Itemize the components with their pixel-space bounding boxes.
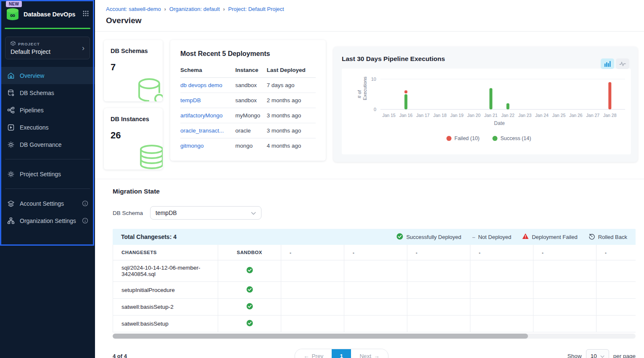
legend-rolled-back: Rolled Back: [589, 233, 627, 241]
sidebar-item-db-governance[interactable]: DB Governance: [0, 136, 95, 153]
stat-value: 26: [111, 130, 156, 141]
deploy-col-schema: Schema: [180, 64, 235, 78]
svg-text:Jan 24: Jan 24: [535, 113, 549, 118]
col-sandbox: SANDBOX: [218, 245, 281, 260]
sidebar-item-executions[interactable]: Executions: [0, 119, 95, 136]
check-circle-icon: [246, 288, 253, 294]
sidebar-item-project-settings[interactable]: Project Settings: [0, 165, 95, 183]
prev-button[interactable]: ← Prev: [295, 349, 332, 358]
table-row: db devops demo sandbox 7 days ago: [180, 78, 316, 93]
last-deployed-cell: 7 days ago: [267, 78, 316, 93]
svg-text:# ofExecutions: # ofExecutions: [357, 77, 367, 101]
show-label: Show: [567, 353, 582, 358]
svg-text:Jan 25: Jan 25: [552, 113, 566, 118]
schema-link[interactable]: artifactoryMongo: [180, 112, 223, 119]
schema-link[interactable]: gitmongo: [180, 143, 204, 149]
table-row: sql/2024-10-14-12-06-member-34240854.sql: [113, 260, 636, 281]
sidebar-item-organization-settings[interactable]: Organization Settings: [0, 212, 95, 229]
breadcrumb-account[interactable]: Account: satwell-demo: [106, 6, 161, 12]
arrow-right-icon: →: [374, 353, 380, 358]
table-row: setupInitialProcedure: [113, 281, 636, 298]
svg-text:0: 0: [374, 107, 376, 112]
page-size-select[interactable]: 10: [586, 349, 609, 358]
col-placeholder: -: [533, 245, 596, 260]
pipeline-executions-card: Last 30 Days Pipeline Executions 010# of…: [333, 47, 638, 162]
chevron-separator-icon: ›: [223, 6, 225, 12]
horizontal-scrollbar[interactable]: [113, 334, 636, 339]
sidebar-item-db-schemas[interactable]: DB Schemas: [0, 84, 95, 101]
bar-chart-toggle-icon[interactable]: [601, 58, 614, 69]
app-grid-icon[interactable]: [82, 10, 89, 19]
project-cube-icon: [11, 41, 16, 47]
table-row: gitmongo mongo 4 months ago: [180, 138, 316, 154]
app-logo-database-icon: ∞: [5, 8, 20, 21]
svg-text:Jan 22: Jan 22: [501, 113, 515, 118]
schema-link[interactable]: db devops demo: [180, 82, 222, 88]
pipeline-icon: [7, 106, 15, 114]
database-outline-icon: [136, 77, 163, 101]
col-placeholder: -: [344, 245, 407, 260]
legend-not-deployed: – Not Deployed: [472, 234, 511, 240]
sidebar-item-pipelines[interactable]: Pipelines: [0, 101, 95, 119]
col-placeholder: -: [281, 245, 344, 260]
total-changesets-label: Total Changesets: 4: [121, 233, 396, 240]
schema-link[interactable]: oracle_transact...: [180, 127, 224, 134]
check-circle-icon: [246, 305, 253, 311]
db-schema-select[interactable]: tempDB: [150, 206, 261, 220]
db-schemas-card: DB Schemas 7: [104, 40, 163, 101]
chevron-down-icon: [251, 209, 256, 216]
sidebar: NEW ∞ Database DevOps: [0, 0, 95, 358]
legend-successfully-deployed: Successfully Deployed: [396, 233, 461, 241]
stat-value: 7: [111, 62, 156, 73]
info-icon[interactable]: [82, 200, 88, 207]
db-schema-selected-value: tempDB: [156, 209, 251, 216]
svg-text:Success (14): Success (14): [500, 135, 531, 141]
new-badge: NEW: [6, 1, 22, 7]
info-icon[interactable]: [82, 217, 88, 224]
sidebar-divider: [5, 159, 90, 159]
arrow-left-icon: ←: [304, 353, 309, 358]
changesets-table: CHANGESETS SANDBOX - - - - - - sql/2024-: [113, 245, 636, 332]
status-legend: Successfully Deployed – Not Deployed Dep…: [396, 233, 627, 241]
check-circle-icon: [396, 233, 403, 241]
pipeline-chart-svg: 010# ofExecutionsJan 15Jan 16Jan 17Jan 1…: [342, 69, 630, 154]
schema-link[interactable]: tempDB: [180, 97, 201, 103]
svg-text:Jan 17: Jan 17: [416, 113, 430, 118]
last-deployed-cell: 3 months ago: [267, 123, 316, 138]
instance-cell: oracle: [235, 123, 267, 138]
next-button[interactable]: Next →: [351, 349, 388, 358]
sidebar-divider: [5, 188, 90, 189]
rollback-icon: [589, 233, 595, 241]
gear-icon: [7, 170, 15, 178]
total-changesets-bar: Total Changesets: 4 Successfully Deploye…: [113, 229, 636, 245]
instance-cell: sandbox: [235, 93, 267, 108]
stat-title: DB Schemas: [111, 48, 156, 54]
last-deployed-cell: 2 months ago: [267, 93, 316, 108]
project-selector[interactable]: PROJECT Default Project ›: [5, 37, 90, 59]
db-schema-label: DB Schema: [113, 210, 143, 216]
changeset-name: satwell:basisSetup: [113, 315, 218, 332]
svg-text:10: 10: [371, 77, 376, 82]
line-chart-toggle-icon[interactable]: [616, 58, 629, 69]
migration-state-section: Migration State DB Schema tempDB Total C…: [95, 179, 644, 358]
sidebar-item-account-settings[interactable]: Account Settings: [0, 195, 95, 212]
svg-text:Date: Date: [494, 120, 505, 126]
sidebar-item-overview[interactable]: Overview: [0, 67, 95, 84]
instance-cell: mongo: [235, 138, 267, 154]
stat-title: DB Instances: [111, 116, 156, 122]
breadcrumb-organization[interactable]: Organization: default: [169, 6, 220, 12]
breadcrumb-project[interactable]: Project: Default Project: [228, 6, 284, 12]
col-placeholder: -: [407, 245, 470, 260]
project-label: PROJECT: [18, 42, 40, 46]
main-content: Account: satwell-demo › Organization: de…: [95, 0, 644, 358]
pipeline-chart-plot: 010# ofExecutionsJan 15Jan 16Jan 17Jan 1…: [342, 69, 631, 154]
page-1-button[interactable]: 1: [332, 349, 351, 358]
last-deployed-cell: 4 months ago: [267, 138, 316, 154]
per-page-label: per page: [613, 353, 636, 358]
check-circle-icon: [246, 321, 253, 328]
sidebar-item-label: DB Governance: [20, 141, 62, 148]
scrollbar-thumb[interactable]: [113, 334, 528, 339]
col-placeholder: -: [596, 245, 636, 260]
col-changesets: CHANGESETS: [113, 245, 218, 260]
sidebar-item-label: DB Schemas: [20, 90, 54, 96]
